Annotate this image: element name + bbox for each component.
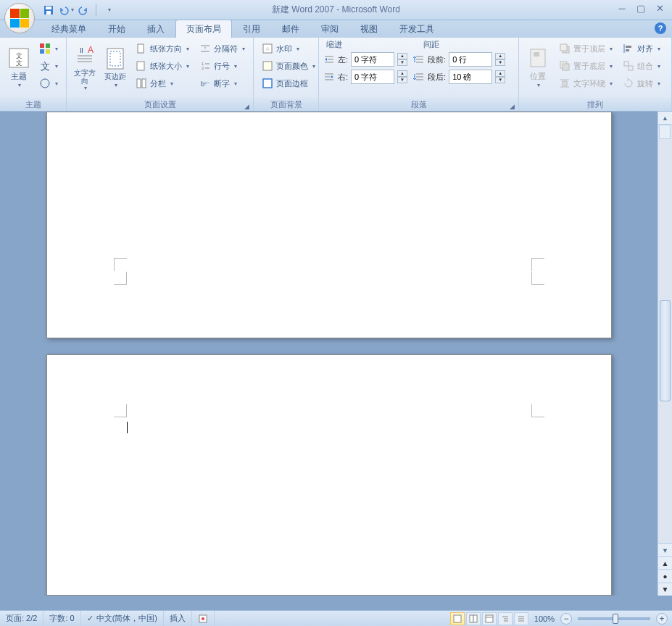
theme-fonts-button[interactable]: 文▾ bbox=[36, 58, 62, 74]
page-2[interactable] bbox=[46, 354, 612, 596]
themes-button[interactable]: 文文 主题 ▾ bbox=[4, 41, 33, 94]
next-page-button[interactable]: ▼ bbox=[658, 583, 672, 596]
line-numbers-button[interactable]: 12行号▾ bbox=[196, 58, 249, 74]
spinner[interactable]: ▲▼ bbox=[397, 53, 407, 66]
tab-mailings[interactable]: 邮件 bbox=[271, 20, 310, 38]
zoom-level[interactable]: 100% bbox=[534, 614, 555, 623]
svg-rect-1 bbox=[46, 7, 51, 9]
save-button[interactable] bbox=[41, 2, 57, 18]
svg-text:2: 2 bbox=[202, 66, 204, 70]
tab-developer[interactable]: 开发工具 bbox=[389, 20, 445, 38]
svg-rect-19 bbox=[138, 44, 144, 53]
status-language[interactable]: ✓中文(简体，中国) bbox=[81, 611, 164, 626]
margins-button[interactable]: 页边距▾ bbox=[101, 41, 129, 94]
page-borders-icon bbox=[262, 78, 273, 89]
margin-corner-icon bbox=[531, 272, 544, 285]
spacing-after-label: 段后: bbox=[428, 72, 446, 83]
zoom-slider[interactable] bbox=[578, 617, 650, 620]
effects-icon bbox=[39, 78, 51, 89]
text-direction-icon: ⅡA bbox=[73, 44, 96, 67]
bring-front-button: 置于顶层▾ bbox=[555, 41, 616, 57]
text-direction-button[interactable]: ⅡA 文字方向▾ bbox=[71, 41, 99, 94]
spacing-before-input[interactable] bbox=[449, 52, 492, 67]
page-size-button[interactable]: 纸张大小▾ bbox=[132, 58, 193, 74]
theme-colors-button[interactable]: ▾ bbox=[36, 41, 62, 57]
tab-page-layout[interactable]: 页面布局 bbox=[175, 20, 232, 38]
scrollbar-thumb[interactable] bbox=[660, 300, 671, 401]
breaks-button[interactable]: 分隔符▾ bbox=[196, 41, 249, 57]
group-label-page-setup: 页面设置◢ bbox=[67, 98, 253, 111]
office-button[interactable] bbox=[4, 3, 35, 33]
spinner[interactable]: ▲▼ bbox=[495, 53, 505, 66]
orientation-button[interactable]: 纸张方向▾ bbox=[132, 41, 193, 57]
fonts-icon: 文 bbox=[39, 60, 51, 72]
spin-up-icon[interactable]: ▲ bbox=[495, 70, 505, 77]
separator bbox=[96, 4, 96, 17]
scroll-down-icon[interactable]: ▼ bbox=[658, 543, 672, 556]
scroll-up-icon[interactable]: ▲ bbox=[658, 112, 672, 125]
select-browse-object-button[interactable]: ● bbox=[658, 569, 672, 583]
dialog-launcher-icon[interactable]: ◢ bbox=[507, 100, 516, 109]
align-button[interactable]: 对齐▾ bbox=[619, 41, 664, 57]
page-color-button[interactable]: 页面颜色▾ bbox=[258, 58, 319, 74]
indent-right-input[interactable] bbox=[351, 70, 394, 84]
maximize-button[interactable]: ▢ bbox=[631, 1, 650, 14]
help-button[interactable]: ? bbox=[655, 22, 666, 34]
status-bar: 页面: 2/2 字数: 0 ✓中文(简体，中国) 插入 100% − + bbox=[0, 610, 672, 626]
vertical-scrollbar[interactable]: ▲ ▼ ▲ ● ▼ bbox=[658, 112, 672, 596]
svg-text:bᶜ⁻: bᶜ⁻ bbox=[201, 80, 210, 88]
document-viewport[interactable] bbox=[0, 112, 658, 596]
prev-page-button[interactable]: ▲ bbox=[658, 556, 672, 569]
spin-up-icon[interactable]: ▲ bbox=[397, 53, 407, 59]
tab-classic-menu[interactable]: 经典菜单 bbox=[41, 20, 97, 38]
close-button[interactable]: ✕ bbox=[650, 1, 669, 14]
ruler-toggle[interactable] bbox=[659, 125, 671, 139]
dropdown-icon: ▾ bbox=[108, 7, 111, 13]
zoom-in-button[interactable]: + bbox=[656, 613, 668, 625]
status-page[interactable]: 页面: 2/2 bbox=[0, 611, 43, 626]
minimize-button[interactable]: ─ bbox=[613, 1, 631, 14]
dialog-launcher-icon[interactable]: ◢ bbox=[242, 100, 251, 109]
watermark-button[interactable]: A水印▾ bbox=[258, 41, 319, 57]
status-word-count[interactable]: 字数: 0 bbox=[43, 611, 80, 626]
tab-insert[interactable]: 插入 bbox=[136, 20, 175, 38]
align-icon bbox=[623, 43, 634, 54]
view-print-layout-button[interactable] bbox=[450, 612, 465, 625]
view-outline-button[interactable] bbox=[498, 612, 513, 625]
indent-left-input[interactable] bbox=[351, 52, 394, 67]
dropdown-icon: ▾ bbox=[242, 46, 245, 52]
status-macro[interactable] bbox=[192, 611, 215, 626]
tab-references[interactable]: 引用 bbox=[232, 20, 271, 38]
zoom-out-button[interactable]: − bbox=[560, 613, 572, 625]
spin-down-icon[interactable]: ▼ bbox=[495, 59, 505, 66]
page-borders-label: 页面边框 bbox=[276, 78, 308, 89]
qat-customize-button[interactable]: ▾ bbox=[101, 2, 117, 18]
hyphenation-button[interactable]: bᶜ⁻断字▾ bbox=[196, 75, 249, 91]
status-insert-mode[interactable]: 插入 bbox=[164, 611, 192, 626]
tab-home[interactable]: 开始 bbox=[97, 20, 136, 38]
undo-button[interactable]: ▾ bbox=[58, 2, 74, 18]
view-draft-button[interactable] bbox=[514, 612, 528, 625]
indent-right-field: 右: ▲▼ bbox=[323, 69, 407, 85]
theme-effects-button[interactable]: ▾ bbox=[36, 75, 62, 91]
redo-button[interactable] bbox=[75, 2, 91, 18]
spin-down-icon[interactable]: ▼ bbox=[397, 77, 407, 83]
breaks-label: 分隔符 bbox=[214, 43, 238, 54]
zoom-slider-knob[interactable] bbox=[613, 614, 618, 624]
spin-up-icon[interactable]: ▲ bbox=[397, 70, 407, 77]
tab-review[interactable]: 审阅 bbox=[310, 20, 349, 38]
spacing-after-input[interactable] bbox=[449, 70, 492, 84]
tab-view[interactable]: 视图 bbox=[349, 20, 389, 38]
spin-up-icon[interactable]: ▲ bbox=[495, 53, 505, 59]
columns-button[interactable]: 分栏▾ bbox=[132, 75, 193, 91]
page-borders-button[interactable]: 页面边框 bbox=[258, 75, 319, 91]
page-1[interactable] bbox=[46, 112, 612, 338]
spinner[interactable]: ▲▼ bbox=[397, 70, 407, 83]
themes-label: 主题 bbox=[11, 71, 27, 82]
view-web-layout-button[interactable] bbox=[482, 612, 497, 625]
spin-down-icon[interactable]: ▼ bbox=[397, 59, 407, 66]
spinner[interactable]: ▲▼ bbox=[495, 70, 505, 83]
spin-down-icon[interactable]: ▼ bbox=[495, 77, 505, 83]
svg-rect-33 bbox=[263, 62, 272, 70]
view-full-screen-button[interactable] bbox=[466, 612, 481, 625]
